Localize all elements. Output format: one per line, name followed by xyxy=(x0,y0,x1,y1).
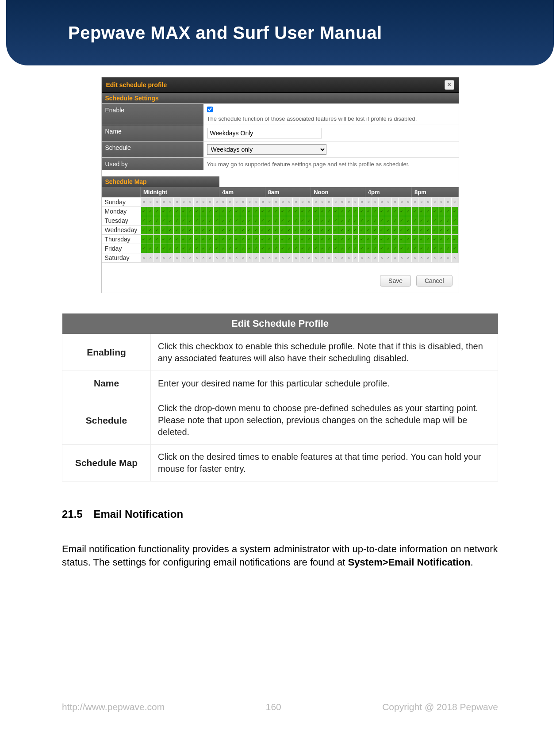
schedule-cell[interactable] xyxy=(299,225,306,234)
schedule-cell[interactable] xyxy=(299,253,306,262)
schedule-cell[interactable] xyxy=(379,216,385,225)
schedule-cell[interactable] xyxy=(200,216,207,225)
schedule-cell[interactable] xyxy=(187,244,194,253)
schedule-cell[interactable] xyxy=(306,225,313,234)
schedule-cell[interactable] xyxy=(339,198,346,206)
schedule-cell[interactable] xyxy=(385,253,392,262)
schedule-cell[interactable] xyxy=(359,253,365,262)
schedule-cell[interactable] xyxy=(141,253,148,262)
schedule-cell[interactable] xyxy=(306,198,313,206)
schedule-cell[interactable] xyxy=(425,253,432,262)
schedule-cell[interactable] xyxy=(372,253,379,262)
schedule-cell[interactable] xyxy=(174,198,180,206)
schedule-cell[interactable] xyxy=(187,225,194,234)
schedule-cell[interactable] xyxy=(214,216,220,225)
schedule-cell[interactable] xyxy=(147,225,154,234)
schedule-cell[interactable] xyxy=(299,244,306,253)
schedule-cell[interactable] xyxy=(379,207,385,216)
schedule-cell[interactable] xyxy=(207,225,214,234)
schedule-cell[interactable] xyxy=(392,198,399,206)
schedule-cell[interactable] xyxy=(346,253,353,262)
schedule-cell[interactable] xyxy=(353,235,359,244)
schedule-cell[interactable] xyxy=(180,244,187,253)
schedule-cell[interactable] xyxy=(333,225,339,234)
schedule-cell[interactable] xyxy=(319,207,326,216)
schedule-cell[interactable] xyxy=(220,207,227,216)
schedule-cell[interactable] xyxy=(418,225,425,234)
schedule-cell[interactable] xyxy=(214,198,220,206)
schedule-cell[interactable] xyxy=(306,207,313,216)
enable-checkbox[interactable] xyxy=(207,107,213,112)
schedule-cell[interactable] xyxy=(346,235,353,244)
schedule-cell[interactable] xyxy=(174,207,180,216)
schedule-cell[interactable] xyxy=(319,225,326,234)
schedule-cell[interactable] xyxy=(313,225,319,234)
schedule-cell[interactable] xyxy=(326,225,333,234)
schedule-cell[interactable] xyxy=(234,253,240,262)
schedule-cell[interactable] xyxy=(286,225,293,234)
schedule-cell[interactable] xyxy=(412,207,418,216)
schedule-cell[interactable] xyxy=(418,207,425,216)
schedule-cell[interactable] xyxy=(240,235,247,244)
schedule-cell[interactable] xyxy=(161,244,167,253)
schedule-cell[interactable] xyxy=(306,253,313,262)
schedule-cell[interactable] xyxy=(326,253,333,262)
schedule-cell[interactable] xyxy=(392,207,399,216)
schedule-cell[interactable] xyxy=(180,198,187,206)
schedule-cell[interactable] xyxy=(313,216,319,225)
schedule-cell[interactable] xyxy=(418,253,425,262)
schedule-cell[interactable] xyxy=(280,253,286,262)
schedule-cell[interactable] xyxy=(247,216,253,225)
schedule-cell[interactable] xyxy=(405,244,412,253)
schedule-cell[interactable] xyxy=(280,235,286,244)
schedule-cell[interactable] xyxy=(319,253,326,262)
schedule-cell[interactable] xyxy=(167,216,174,225)
schedule-cell[interactable] xyxy=(306,244,313,253)
schedule-cell[interactable] xyxy=(167,225,174,234)
schedule-cell[interactable] xyxy=(452,216,458,225)
schedule-cell[interactable] xyxy=(260,198,266,206)
schedule-cell[interactable] xyxy=(385,235,392,244)
schedule-cell[interactable] xyxy=(418,216,425,225)
schedule-cell[interactable] xyxy=(306,235,313,244)
schedule-cell[interactable] xyxy=(154,235,161,244)
schedule-cell[interactable] xyxy=(286,198,293,206)
schedule-cell[interactable] xyxy=(207,198,214,206)
schedule-cell[interactable] xyxy=(412,225,418,234)
schedule-cell[interactable] xyxy=(353,216,359,225)
schedule-cell[interactable] xyxy=(180,207,187,216)
schedule-cell[interactable] xyxy=(174,244,180,253)
schedule-cell[interactable] xyxy=(200,253,207,262)
schedule-cell[interactable] xyxy=(299,216,306,225)
schedule-cell[interactable] xyxy=(280,244,286,253)
schedule-cell[interactable] xyxy=(293,198,299,206)
schedule-cell[interactable] xyxy=(234,235,240,244)
schedule-cell[interactable] xyxy=(207,207,214,216)
schedule-cell[interactable] xyxy=(220,244,227,253)
schedule-cell[interactable] xyxy=(365,225,372,234)
schedule-cell[interactable] xyxy=(273,235,280,244)
schedule-cell[interactable] xyxy=(227,207,234,216)
schedule-cell[interactable] xyxy=(326,207,333,216)
schedule-cell[interactable] xyxy=(220,198,227,206)
schedule-cell[interactable] xyxy=(214,235,220,244)
schedule-cell[interactable] xyxy=(385,244,392,253)
schedule-cell[interactable] xyxy=(240,207,247,216)
name-input[interactable] xyxy=(207,128,322,138)
schedule-cell[interactable] xyxy=(425,235,432,244)
schedule-cell[interactable] xyxy=(154,216,161,225)
schedule-cell[interactable] xyxy=(405,235,412,244)
schedule-cell[interactable] xyxy=(346,225,353,234)
schedule-cell[interactable] xyxy=(438,198,445,206)
schedule-cell[interactable] xyxy=(392,253,399,262)
schedule-cell[interactable] xyxy=(399,216,405,225)
schedule-cell[interactable] xyxy=(286,207,293,216)
schedule-cell[interactable] xyxy=(372,244,379,253)
schedule-cell[interactable] xyxy=(194,207,200,216)
schedule-cell[interactable] xyxy=(280,225,286,234)
schedule-cell[interactable] xyxy=(293,216,299,225)
schedule-cell[interactable] xyxy=(141,225,148,234)
schedule-cell[interactable] xyxy=(365,253,372,262)
schedule-cell[interactable] xyxy=(432,216,438,225)
schedule-cell[interactable] xyxy=(147,216,154,225)
